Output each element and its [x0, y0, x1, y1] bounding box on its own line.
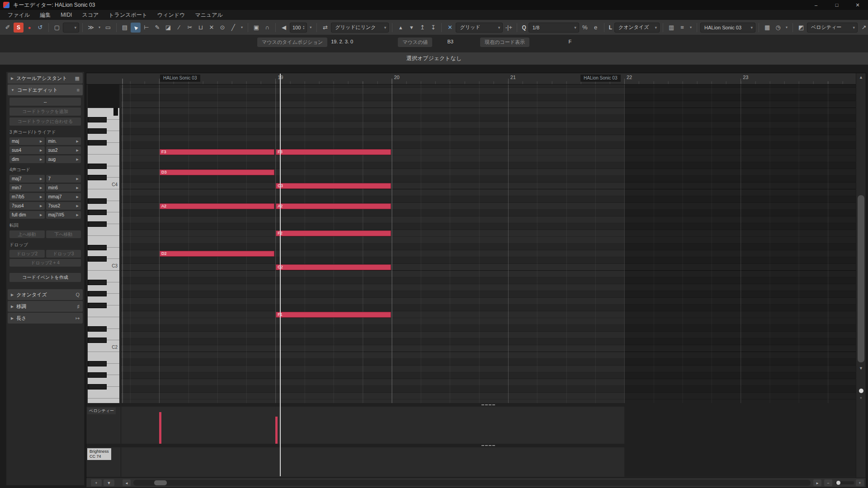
chord-button-7[interactable]: 7▶	[46, 175, 81, 183]
quantize-panel-icon[interactable]: e	[591, 23, 601, 33]
insert-velocity-options-icon[interactable]: ▾	[308, 23, 313, 33]
project-cursor[interactable]	[280, 74, 281, 476]
autoscroll-options-icon[interactable]: ▾	[97, 23, 102, 33]
hzoom-out-button[interactable]: −	[824, 479, 832, 486]
move-up-icon[interactable]: ↥	[417, 23, 427, 33]
lane-divider[interactable]	[86, 403, 856, 407]
maximize-button[interactable]: □	[826, 0, 847, 10]
lane-resize-handle-icon[interactable]	[481, 445, 495, 446]
insert-velocity-spin[interactable]: 100▴▾	[290, 23, 307, 33]
add-chord-track-button[interactable]: コードトラックを追加	[9, 108, 81, 116]
quantize-preset-combo[interactable]: 1/8▾	[528, 23, 579, 33]
chord-button-----3[interactable]: ドロップ3	[46, 250, 81, 258]
midi-note-F3[interactable]: F3	[276, 149, 391, 155]
lane-divider[interactable]	[86, 444, 856, 447]
split-tool[interactable]: ✂	[185, 23, 195, 33]
section-chord-edit[interactable]: ▼ コードエディット ≡	[8, 84, 83, 95]
nudge-down-icon[interactable]: ▾	[406, 23, 416, 33]
trim-tool[interactable]: ⊢	[142, 23, 151, 33]
chord-button-full-dim[interactable]: full dim▶	[9, 211, 45, 219]
section-4[interactable]: ▶長さ↦	[8, 313, 83, 324]
black-key[interactable]	[88, 164, 107, 169]
chord-button-mmaj7[interactable]: mmaj7▶	[46, 193, 81, 201]
mute-tool[interactable]: ✕	[207, 23, 217, 33]
menu-item-6[interactable]: マニュアル	[190, 10, 227, 20]
black-key[interactable]	[88, 198, 107, 204]
black-key[interactable]	[88, 372, 107, 378]
velocity-bar[interactable]	[275, 417, 278, 444]
lane-preset-button[interactable]: ▼	[104, 479, 114, 486]
grid-type-combo[interactable]: グリッド▾	[456, 23, 503, 33]
show-lanes-icon[interactable]: ▤	[120, 23, 130, 33]
chord-button-----[interactable]: 上へ移動	[9, 230, 45, 238]
midi-note-C3[interactable]: C3	[276, 183, 391, 189]
add-lane-button[interactable]: +	[91, 479, 102, 486]
black-key[interactable]	[88, 221, 107, 227]
cc-lane-content[interactable]	[121, 447, 856, 477]
menu-item-2[interactable]: MIDI	[56, 10, 77, 19]
length-quantize-combo[interactable]: クオンタイズ▾	[614, 23, 660, 33]
erase-tool[interactable]: ◪	[163, 23, 173, 33]
section-scale-assistant[interactable]: ▶ スケールアシスタント ▦	[8, 73, 83, 84]
edit-mode-icon[interactable]: ▢	[52, 23, 62, 33]
chord-button-aug[interactable]: aug▶	[46, 155, 81, 163]
horizontal-scroll-thumb[interactable]	[154, 480, 167, 485]
chord-button-maj[interactable]: maj▶	[9, 137, 45, 145]
record-button[interactable]: ●	[24, 23, 34, 33]
black-key[interactable]	[88, 140, 107, 145]
black-key[interactable]	[88, 326, 107, 332]
menu-item-5[interactable]: ウィンドウ	[152, 10, 190, 20]
scroll-down-button[interactable]: ▼	[856, 366, 866, 371]
spinner-arrows-icon[interactable]: ▴▾	[303, 25, 304, 30]
line-tool-options-icon[interactable]: ▾	[239, 23, 245, 33]
clip-overlap-icon[interactable]: ▭	[103, 23, 113, 33]
info-field-value[interactable]: 19. 2. 3. 0	[327, 38, 386, 47]
black-key[interactable]	[88, 384, 107, 389]
create-chord-event-button[interactable]: コードイベントを作成	[9, 273, 81, 282]
black-key[interactable]	[88, 117, 107, 122]
chord-button-min7[interactable]: min7▶	[9, 184, 45, 192]
chord-button-----[interactable]: 下へ移動	[46, 230, 81, 238]
grid-link-combo[interactable]: グリッドにリンク▾	[331, 23, 389, 33]
black-key[interactable]	[88, 280, 107, 285]
line-tool[interactable]: ╱	[228, 23, 238, 33]
lane-resize-handle-icon[interactable]	[481, 404, 495, 405]
black-key[interactable]	[88, 303, 107, 308]
section-3[interactable]: ▶移調♯	[8, 301, 83, 312]
chord-button-sus2[interactable]: sus2▶	[46, 146, 81, 154]
chord-button-maj7-#5[interactable]: maj7/#5▶	[46, 211, 81, 219]
edited-part-combo[interactable]: HALion Sonic 03▾	[700, 23, 755, 33]
scroll-left-button[interactable]: ◂	[123, 479, 131, 486]
hzoom-slider[interactable]	[835, 481, 854, 484]
vertical-scroll-thumb[interactable]	[858, 195, 864, 362]
menu-item-4[interactable]: トランスポート	[104, 10, 152, 20]
indep-loop-icon[interactable]: ∩	[262, 23, 272, 33]
autoscroll-icon[interactable]: ≫	[86, 23, 96, 33]
chord-button-7sus2[interactable]: 7sus2▶	[46, 202, 81, 210]
midi-note-A2[interactable]: A2	[160, 203, 274, 209]
velocity-lane-content[interactable]	[121, 407, 856, 444]
black-key[interactable]	[88, 210, 107, 215]
comp-tool[interactable]: ∕	[174, 23, 184, 33]
multi-part-options-icon[interactable]: ▾	[688, 23, 693, 33]
nudge-up-icon[interactable]: ▴	[396, 23, 406, 33]
vzoom-in-button[interactable]: +	[856, 396, 866, 400]
solo-button[interactable]: S	[14, 23, 24, 33]
midi-note-C2[interactable]: C2	[276, 264, 391, 270]
midi-note-D3[interactable]: D3	[160, 169, 274, 175]
horizontal-scrollbar[interactable]	[133, 480, 811, 486]
midi-note-F3[interactable]: F3	[160, 149, 274, 155]
chord-button-m7-b5[interactable]: m7/b5▶	[9, 193, 45, 201]
black-key[interactable]	[88, 175, 107, 180]
chord-button-sus4[interactable]: sus4▶	[9, 146, 45, 154]
time-format-options-icon[interactable]: ▾	[784, 23, 789, 33]
midi-note-F1[interactable]: F1	[276, 312, 391, 318]
part-list-combo[interactable]: ▾	[63, 23, 79, 33]
section-2[interactable]: ▶クオンタイズQ	[8, 289, 83, 300]
move-down-icon[interactable]: ↧	[428, 23, 438, 33]
note-expression-icon[interactable]: ▣	[251, 23, 261, 33]
chord-button-----2[interactable]: ドロップ2	[9, 250, 45, 258]
chord-display-button[interactable]: --	[9, 98, 81, 106]
midi-note-D2[interactable]: D2	[160, 251, 274, 257]
pin-icon[interactable]: ✐	[3, 23, 13, 33]
